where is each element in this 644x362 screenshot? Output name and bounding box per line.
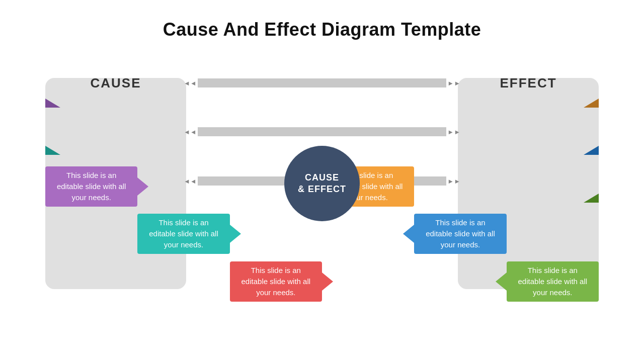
effect-label: EFFECT — [458, 75, 599, 91]
fold-right-1 — [569, 99, 599, 108]
right-bg — [458, 78, 599, 289]
fold-left-1 — [45, 99, 75, 108]
connector-row-2: ◄◄ ►► — [184, 127, 460, 136]
left-box-3: This slide is an editable slide with all… — [230, 261, 322, 302]
left-box-1: This slide is an editable slide with all… — [45, 166, 137, 207]
center-line1: CAUSE — [305, 172, 339, 184]
center-circle: CAUSE & EFFECT — [284, 146, 360, 221]
diagram-container: CAUSE EFFECT This slide is an editable s… — [45, 55, 599, 312]
arrow-right-3: ►► — [447, 177, 460, 185]
conn-bar-1 — [198, 78, 447, 87]
right-box-3: This slide is an editable slide with all… — [507, 261, 599, 302]
arrow-right-1: ►► — [447, 79, 460, 87]
arrow-left-2: ◄◄ — [184, 128, 197, 136]
conn-bar-2 — [198, 127, 447, 136]
fold-right-3 — [569, 194, 599, 203]
fold-right-2 — [569, 146, 599, 155]
left-box-2: This slide is an editable slide with all… — [137, 214, 229, 254]
right-box-2: This slide is an editable slide with all… — [414, 214, 506, 254]
cause-label: CAUSE — [45, 75, 186, 91]
center-line2: & EFFECT — [298, 184, 346, 195]
fold-left-2 — [45, 146, 75, 155]
arrow-left-1: ◄◄ — [184, 79, 197, 87]
arrow-left-3: ◄◄ — [184, 177, 197, 185]
page-title: Cause And Effect Diagram Template — [163, 19, 481, 40]
connector-row-1: ◄◄ ►► — [184, 78, 460, 87]
arrow-right-2: ►► — [447, 128, 460, 136]
